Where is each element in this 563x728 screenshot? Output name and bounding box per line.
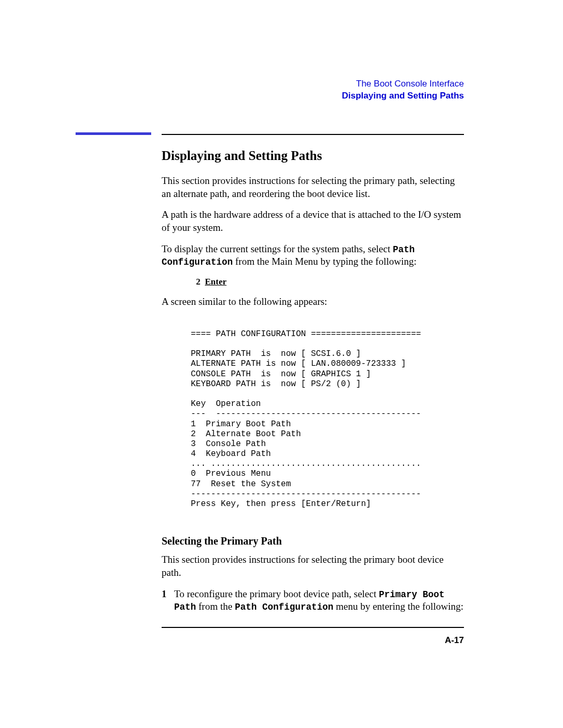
- content-column: Displaying and Setting Paths This sectio…: [162, 149, 464, 613]
- header-section: Displaying and Setting Paths: [162, 90, 464, 102]
- step1b-text: from the: [196, 601, 235, 612]
- footer-rule: [162, 627, 464, 628]
- step-text: To reconfigure the primary boot device p…: [174, 588, 464, 614]
- running-header: The Boot Console Interface Displaying an…: [162, 78, 464, 102]
- section-rule: [76, 132, 464, 135]
- screen-lead-in: A screen similar to the following appear…: [162, 295, 464, 309]
- step1a-text: To reconfigure the primary boot device p…: [174, 588, 379, 599]
- p3b-text: from the Main Menu by typing the followi…: [233, 256, 417, 267]
- console-screen-output: ==== PATH CONFIGURATION ================…: [191, 329, 464, 509]
- intro-paragraph-2: A path is the hardware address of a devi…: [162, 208, 464, 234]
- horizontal-rule: [162, 134, 464, 135]
- page: The Boot Console Interface Displaying an…: [0, 0, 563, 728]
- intro-paragraph-1: This section provides instructions for s…: [162, 175, 464, 200]
- intro-paragraph-3: To display the current settings for the …: [162, 243, 464, 269]
- header-chapter: The Boot Console Interface: [162, 78, 464, 90]
- step-number: 1: [162, 588, 169, 614]
- step1c-text: menu by entering the following:: [333, 601, 463, 612]
- primary-path-intro: This section provides instructions for s…: [162, 553, 464, 579]
- subheading-primary-path: Selecting the Primary Path: [162, 535, 464, 547]
- enter-number: 2: [196, 277, 201, 287]
- p3a-text: To display the current settings for the …: [162, 243, 393, 254]
- step-1: 1 To reconfigure the primary boot device…: [162, 588, 464, 614]
- blue-rule-icon: [76, 132, 151, 135]
- path-configuration-cmd: Path Configuration: [235, 602, 333, 612]
- section-title: Displaying and Setting Paths: [162, 149, 464, 163]
- page-number: A-17: [162, 635, 464, 646]
- input-instruction: 2 Enter: [196, 277, 464, 287]
- enter-key-label: Enter: [205, 277, 227, 287]
